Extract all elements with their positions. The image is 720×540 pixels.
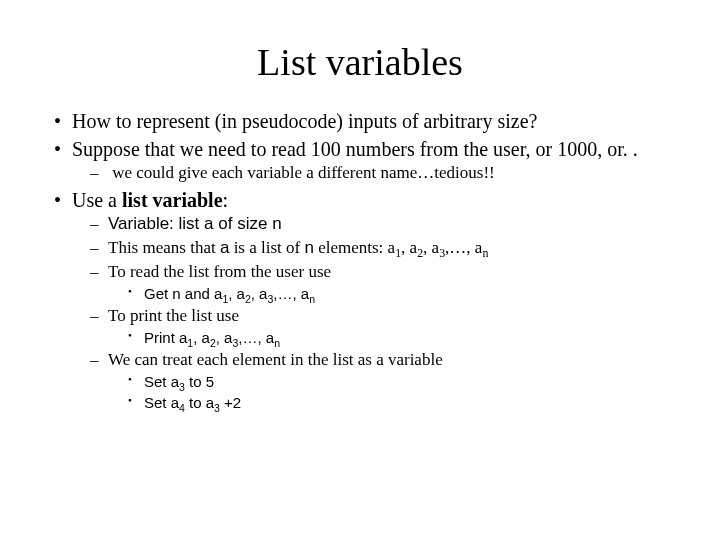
bullet-list: How to represent (in pseudocode) inputs … — [50, 108, 670, 414]
list-item: we could give each variable a different … — [72, 162, 670, 185]
list-item: How to represent (in pseudocode) inputs … — [50, 108, 670, 134]
text: , a — [216, 329, 233, 346]
text: to 5 — [185, 373, 214, 390]
text: This means that — [108, 238, 220, 257]
text: We can treat each element in the list as… — [108, 350, 443, 369]
list-item: Use a list variable: Variable: list a of… — [50, 187, 670, 414]
text: of size — [214, 214, 273, 233]
text: Suppose that we need to read 100 numbers… — [72, 138, 638, 160]
text: , a — [193, 329, 210, 346]
text: n — [272, 214, 281, 233]
text: is a list of — [229, 238, 304, 257]
text-bold: list variable — [122, 189, 223, 211]
text: a — [220, 238, 229, 257]
list-item: Print a1, a2, a3,…, an — [108, 328, 670, 348]
text: ,…, a — [273, 285, 309, 302]
text: , a — [423, 238, 439, 257]
list-item: We can treat each element in the list as… — [72, 349, 670, 413]
list-item: Get n and a1, a2, a3,…, an — [108, 284, 670, 304]
subscript: n — [482, 246, 488, 260]
text: Set a — [144, 373, 179, 390]
text: ,…, a — [238, 329, 274, 346]
text: To read the list from the user use — [108, 262, 331, 281]
text: n — [304, 238, 313, 257]
text: Print a — [144, 329, 187, 346]
list-item: Suppose that we need to read 100 numbers… — [50, 136, 670, 185]
text: ,…, a — [445, 238, 482, 257]
list-item: Set a4 to a3 +2 — [108, 393, 670, 413]
list-item: This means that a is a list of n element… — [72, 237, 670, 260]
subscript: n — [309, 293, 315, 305]
slide-title: List variables — [50, 40, 670, 84]
subscript: n — [274, 337, 280, 349]
text: Variable: list — [108, 214, 204, 233]
text: Get n and a — [144, 285, 222, 302]
text: +2 — [220, 394, 241, 411]
text: , a — [401, 238, 417, 257]
list-item: To read the list from the user use Get n… — [72, 261, 670, 304]
text: : — [223, 189, 229, 211]
text: To print the list use — [108, 306, 239, 325]
text: to a — [185, 394, 214, 411]
text: Use a — [72, 189, 122, 211]
text: , a — [251, 285, 268, 302]
list-item: Variable: list a of size n — [72, 213, 670, 236]
text: we could give each variable a different … — [112, 163, 495, 182]
list-item: Set a3 to 5 — [108, 372, 670, 392]
text: elements: a — [314, 238, 395, 257]
text: a — [204, 214, 213, 233]
text: , a — [228, 285, 245, 302]
text: Set a — [144, 394, 179, 411]
list-item: To print the list use Print a1, a2, a3,…… — [72, 305, 670, 348]
